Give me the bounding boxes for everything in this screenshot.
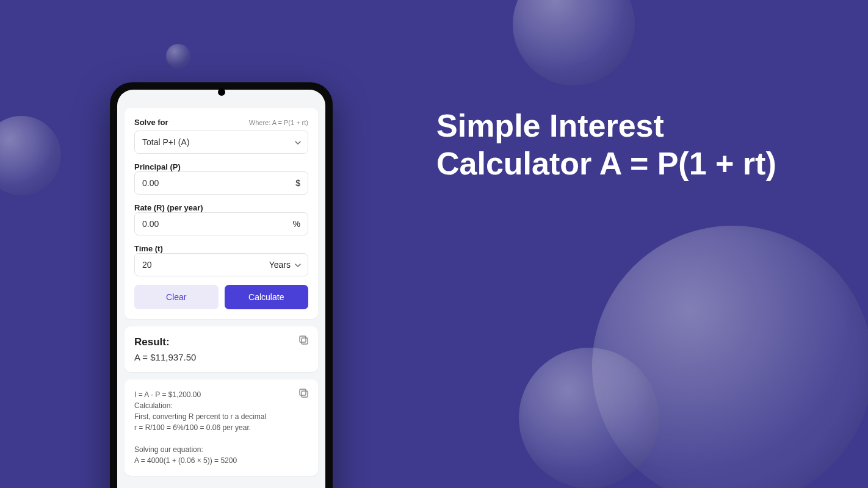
time-input[interactable] [142,260,269,270]
decorative-bubble [519,348,659,488]
where-formula: Where: A = P(1 + rt) [249,119,308,126]
time-unit-select[interactable]: Years [269,260,300,270]
calculation-card: I = A - P = $1,200.00 Calculation: First… [125,379,318,476]
solve-for-value: Total P+I (A) [142,137,189,147]
chevron-down-icon [294,139,300,145]
rate-label: Rate (R) (per year) [134,203,308,212]
solve-for-select[interactable]: Total P+I (A) [134,131,308,154]
time-unit-value: Years [269,260,291,270]
solve-for-label: Solve for [134,118,168,127]
rate-input-wrapper: % [134,212,308,235]
principal-input[interactable] [142,178,295,188]
time-label: Time (t) [134,244,308,253]
phone-camera [218,88,225,96]
time-input-wrapper: Years [134,253,308,276]
result-title: Result: [134,336,308,348]
hero-line-2: Calculator A = P(1 + rt) [436,145,776,182]
phone-screen: Solve for Where: A = P(1 + rt) Total P+I… [117,90,325,488]
chevron-down-icon [294,262,300,268]
result-value: A = $11,937.50 [134,352,308,362]
principal-label: Principal (P) [134,162,308,171]
copy-icon[interactable] [298,388,309,399]
hero-line-1: Simple Interest [436,107,776,145]
phone-frame: Solve for Where: A = P(1 + rt) Total P+I… [110,82,333,488]
principal-suffix: $ [295,178,300,188]
hero-title: Simple Interest Calculator A = P(1 + rt) [436,107,776,183]
decorative-bubble [513,0,635,85]
copy-icon[interactable] [298,335,309,346]
rate-suffix: % [293,219,300,229]
principal-input-wrapper: $ [134,171,308,195]
result-card: Result: A = $11,937.50 [125,326,318,372]
rate-input[interactable] [142,219,293,229]
decorative-bubble [0,116,61,195]
calculation-text: I = A - P = $1,200.00 Calculation: First… [134,389,308,466]
decorative-bubble [166,44,190,68]
svg-rect-1 [300,336,306,342]
svg-rect-3 [300,389,306,395]
calculator-form-card: Solve for Where: A = P(1 + rt) Total P+I… [125,108,318,319]
clear-button[interactable]: Clear [134,285,219,309]
svg-rect-2 [302,391,308,397]
svg-rect-0 [302,338,308,344]
calculate-button[interactable]: Calculate [225,285,309,309]
